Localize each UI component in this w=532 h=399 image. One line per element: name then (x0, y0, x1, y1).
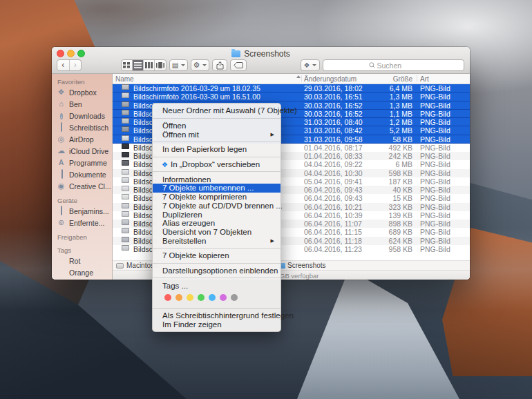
zoom-button[interactable] (77, 50, 85, 57)
column-header-date[interactable]: Änderungsdatum (304, 75, 357, 83)
sidebar-item-label: AirDrop (69, 135, 94, 144)
file-date: 29.03.2016, 18:02 (304, 84, 363, 93)
file-date: 30.03.2016, 16:52 (304, 110, 363, 118)
forward-button[interactable]: › (70, 60, 82, 70)
menu-item-7-objekte-kopieren[interactable]: 7 Objekte kopieren (153, 251, 281, 260)
menu-item-übersicht-von-7-objekten[interactable]: Übersicht von 7 Objekten (153, 228, 281, 237)
file-date: 04.04.2016, 10:30 (304, 169, 363, 177)
icloud-icon: ☁ (57, 147, 66, 155)
sidebar-item-rot[interactable]: Rot (52, 255, 112, 266)
file-size: 1,3 MB (357, 101, 412, 110)
menu-tag-colors (153, 290, 281, 305)
sidebar-item-label: Schreibtisch (69, 124, 108, 132)
path-item-current[interactable]: Screenshots (287, 262, 326, 269)
file-date: 06.04.2016, 09:43 (304, 194, 363, 202)
file-kind: PNG-Bild (420, 160, 450, 168)
traffic-lights (57, 50, 85, 57)
sidebar-item-dropbox[interactable]: ❖Dropbox (52, 86, 112, 98)
column-divider[interactable] (301, 75, 302, 82)
sidebar-section-label: Tags (52, 246, 112, 255)
sidebar-section-label: Favoriten (52, 77, 112, 86)
arrange-button[interactable]: ▤ (169, 59, 188, 71)
column-header-name[interactable]: Name (115, 75, 134, 83)
sidebar-item-entfernte[interactable]: ⊚Entfernte... (52, 217, 112, 228)
tag-color-dot[interactable] (175, 294, 182, 301)
file-thumbnail-icon (122, 84, 129, 90)
search-input[interactable] (377, 61, 419, 70)
menu-item-darstellungsoptionen-einblenden[interactable]: Darstellungsoptionen einblenden (153, 266, 281, 275)
menu-item-neuer-ordner-mit-auswahl-7-objekte[interactable]: Neuer Ordner mit Auswahl (7 Objekte) (153, 106, 281, 115)
file-date: 06.04.2016, 11:07 (304, 220, 362, 228)
sidebar-item-label: Programme (69, 159, 107, 167)
menu-item-label: Öffnen (162, 121, 186, 130)
menu-item-7-objekte-auf-cd-dvd-brennen[interactable]: 7 Objekte auf CD/DVD brennen ... (153, 202, 281, 211)
file-size: 187 KB (357, 177, 412, 186)
sidebar-item-programme[interactable]: AProgramme (52, 157, 112, 168)
menu-item-im-finder-zeigen[interactable]: Im Finder zeigen (153, 320, 281, 329)
menu-item-in-den-papierkorb-legen[interactable]: In den Papierkorb legen (153, 145, 281, 154)
file-date: 06.04.2016, 10:39 (304, 211, 363, 220)
tag-button[interactable] (230, 59, 247, 71)
file-kind: PNG-Bild (420, 152, 450, 160)
menu-item-7-objekte-umbenennen[interactable]: 7 Objekte umbenennen ... (153, 184, 281, 193)
tag-color-dot[interactable] (187, 294, 193, 301)
close-button[interactable] (57, 50, 64, 57)
sidebar-item-dokumente[interactable]: Dokumente (52, 168, 112, 180)
column-view-button[interactable] (144, 60, 155, 70)
list-view-button[interactable] (133, 60, 144, 70)
column-header-size[interactable]: Größe (357, 75, 412, 83)
menu-item-alias-erzeugen[interactable]: Alias erzeugen (153, 219, 281, 228)
sidebar-item-label: Dokumente (69, 171, 106, 179)
share-icon (216, 61, 224, 70)
tag-color-dot[interactable] (231, 294, 238, 301)
sidebar-item-creative-cl[interactable]: ◉Creative Cl... (52, 180, 112, 192)
tag-color-dot[interactable] (209, 294, 216, 301)
menu-item-tags[interactable]: Tags ... (153, 281, 281, 290)
dropbox-toolbar-button[interactable]: ❖ (301, 59, 320, 71)
menu-item-informationen[interactable]: Informationen (153, 175, 281, 184)
sidebar-item-ben[interactable]: ⌂Ben (52, 98, 112, 110)
menu-item-öffnen[interactable]: Öffnen (153, 121, 281, 130)
menu-item-7-objekte-komprimieren[interactable]: 7 Objekte komprimieren (153, 193, 281, 202)
file-kind: PNG-Bild (420, 93, 450, 101)
grid-view-icon (123, 62, 131, 68)
file-name: Bildschirmfoto 2016-03-29 um 18.02.35 (133, 84, 260, 93)
sidebar-item-airdrop[interactable]: ◎AirDrop (52, 133, 112, 145)
sidebar-item-schreibtisch[interactable]: Schreibtisch (52, 121, 112, 133)
coverflow-view-button[interactable] (155, 60, 166, 70)
file-size: 40 KB (357, 186, 412, 194)
minimize-button[interactable] (67, 50, 75, 57)
column-header-kind[interactable]: Art (420, 75, 429, 83)
icon-view-button[interactable] (122, 60, 133, 70)
file-thumbnail-icon (122, 194, 129, 200)
menu-item-bereitstellen[interactable]: Bereitstellen▶ (153, 236, 281, 245)
file-thumbnail-icon (122, 135, 129, 141)
file-size: 1,3 MB (357, 93, 412, 101)
file-thumbnail-icon (122, 245, 129, 251)
menu-item-als-schreibtischhintergrund-festlegen[interactable]: Als Schreibtischhintergrund festlegen (153, 311, 281, 320)
column-divider[interactable] (417, 75, 417, 82)
title-bar[interactable]: Screenshots (52, 47, 470, 59)
menu-item-duplizieren[interactable]: Duplizieren (153, 210, 281, 219)
search-icon (369, 62, 375, 68)
column-view-icon (145, 62, 153, 68)
file-thumbnail-icon (122, 93, 129, 98)
share-button[interactable] (212, 59, 227, 71)
sidebar-item-icloud-drive[interactable]: ☁iCloud Drive (52, 145, 112, 157)
back-button[interactable]: ‹ (57, 60, 70, 70)
view-switcher (121, 59, 167, 71)
status-text: GB verfügbar (280, 272, 319, 280)
menu-item-in-dropbox-verschieben[interactable]: ❖In „Dropbox“ verschieben (153, 160, 281, 169)
sidebar-item-downloads[interactable]: ↓Downloads (52, 110, 112, 121)
menu-item-öffnen-mit[interactable]: Öffnen mit▶ (153, 130, 281, 139)
sidebar-item-benjamins[interactable]: Benjamins... (52, 205, 112, 217)
action-button[interactable]: ⚙ (191, 59, 209, 71)
tag-color-dot[interactable] (220, 294, 227, 301)
table-row[interactable]: Bildschirmfoto 2016-03-30 um 16.51.0030.… (113, 93, 470, 101)
sidebar-item-orange[interactable]: Orange (52, 266, 112, 278)
file-thumbnail-icon (122, 237, 129, 242)
search-field[interactable] (323, 59, 464, 71)
table-row[interactable]: Bildschirmfoto 2016-03-29 um 18.02.3529.… (113, 84, 470, 93)
tag-color-dot[interactable] (164, 294, 171, 301)
tag-color-dot[interactable] (198, 294, 205, 301)
